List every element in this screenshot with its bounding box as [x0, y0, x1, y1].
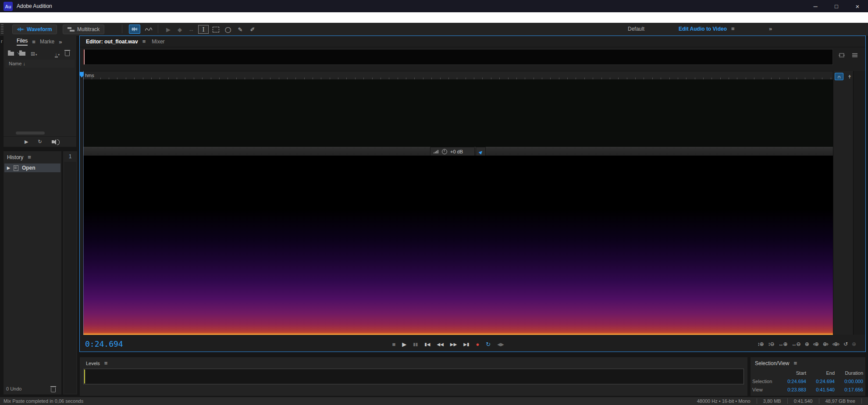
- index-strip-panel[interactable]: 1: [63, 151, 77, 394]
- editor-panel-menu-icon[interactable]: ≡: [142, 38, 146, 45]
- channel-monitor-icon[interactable]: ∩: [835, 73, 843, 80]
- minimize-button[interactable]: ─: [805, 0, 826, 12]
- index-strip-body: [64, 162, 76, 394]
- waveform-display-icon: [131, 27, 138, 32]
- toolbar-overflow-chevron[interactable]: »: [769, 25, 772, 32]
- history-item-label: Open: [22, 165, 36, 171]
- lasso-selection-tool[interactable]: ◯: [223, 25, 233, 34]
- record-button[interactable]: ●: [476, 341, 479, 348]
- paintbrush-selection-tool[interactable]: ✎: [235, 25, 245, 34]
- view-duration-value[interactable]: 0:17.656: [835, 387, 863, 392]
- overview-zoom-full-icon[interactable]: [837, 52, 846, 59]
- gain-hud[interactable]: +0 dB: [430, 147, 475, 156]
- spectrogram-display[interactable]: [83, 156, 833, 335]
- window-title: Adobe Audition: [17, 3, 52, 9]
- tab-mixer[interactable]: Mixer: [152, 39, 164, 45]
- history-panel-menu-icon[interactable]: ≡: [28, 154, 31, 160]
- levels-meter[interactable]: [83, 369, 744, 384]
- new-file-icon[interactable]: ⊞▾: [31, 50, 37, 57]
- rewind-button[interactable]: ◀◀: [437, 342, 443, 347]
- show-waveform-toggle[interactable]: [129, 25, 140, 34]
- waveform-icon: [17, 27, 24, 32]
- status-file-size: 3,80 MB: [763, 398, 781, 404]
- history-trash-icon[interactable]: [51, 387, 56, 392]
- overview-options-icon[interactable]: [850, 52, 859, 59]
- selection-duration-value[interactable]: 0:00.000: [835, 379, 863, 384]
- view-end-value[interactable]: 0:41.540: [806, 387, 835, 392]
- waveform-button-label: Waveform: [27, 26, 52, 32]
- waveform-display[interactable]: [83, 80, 833, 147]
- zoom-in-horizontal-button[interactable]: ↔⊕: [779, 341, 787, 347]
- zoom-selection-in-point-button[interactable]: ‹⊕: [813, 341, 818, 347]
- skip-to-end-button[interactable]: ▶▮: [463, 342, 469, 347]
- status-right-group: 48000 Hz • 16-bit • Mono 3,80 MB 0:41.54…: [697, 398, 862, 404]
- stop-button[interactable]: ■: [392, 341, 395, 348]
- fast-forward-button[interactable]: ▶▶: [450, 342, 457, 347]
- dropdown-arrow: ▾: [58, 53, 60, 56]
- move-tool[interactable]: ▶: [163, 25, 174, 34]
- trash-icon[interactable]: [65, 51, 70, 56]
- spectrogram-columns: [83, 156, 833, 335]
- files-name-column-header[interactable]: Name ↓: [5, 60, 75, 68]
- levels-header: Levels ≡: [86, 360, 107, 366]
- zoom-reset-button[interactable]: ⊕: [805, 341, 809, 347]
- hud-gain-value[interactable]: +0 dB: [450, 149, 463, 154]
- zoom-to-selection-button[interactable]: ‹⊕›: [832, 341, 839, 347]
- levels-title: Levels: [86, 361, 100, 366]
- zoom-full-glyph: [839, 53, 845, 58]
- collapsed-panel-strip[interactable]: r: [1, 39, 3, 44]
- zoom-disabled-button: ⊕: [852, 341, 856, 347]
- status-separator: [757, 398, 757, 404]
- selection-end-value[interactable]: 0:24.694: [806, 379, 835, 384]
- pause-button[interactable]: ▮▮: [413, 342, 418, 347]
- workspace-edit-audio-to-video[interactable]: Edit Audio to Video: [679, 26, 727, 32]
- zoom-out-vertical-button[interactable]: ↕⊖: [768, 341, 774, 347]
- open-file-icon[interactable]: [8, 52, 14, 56]
- timeline-ruler[interactable]: hms: [83, 71, 833, 80]
- skip-selection-button[interactable]: ◀▶: [497, 342, 504, 347]
- export-icon[interactable]: ↓▾: [55, 50, 60, 57]
- show-spectrum-toggle[interactable]: [143, 25, 154, 34]
- hud-toggle-icon[interactable]: Ϯ: [845, 73, 854, 80]
- play-button[interactable]: ▶: [402, 341, 406, 348]
- tab-files[interactable]: Files: [17, 38, 28, 46]
- selection-start-value[interactable]: 0:24.694: [778, 379, 806, 384]
- zoom-selection-out-point-button[interactable]: ⊕›: [823, 341, 828, 347]
- skip-to-start-button[interactable]: ▮◀: [424, 342, 430, 347]
- multitrack-view-button[interactable]: Multitrack: [63, 25, 104, 34]
- toolbar-grip[interactable]: [1, 24, 4, 35]
- status-free-space: 48,97 GB free: [825, 398, 856, 404]
- zoom-in-vertical-button[interactable]: ↕⊕: [757, 341, 763, 347]
- title-bar: Au Adobe Audition ─ □ ×: [0, 0, 868, 12]
- files-panel-menu-icon[interactable]: ≡: [32, 39, 36, 45]
- workspace-default[interactable]: Default: [628, 26, 644, 32]
- marquee-selection-tool[interactable]: [210, 25, 221, 34]
- files-more-tabs-chevron[interactable]: »: [59, 39, 62, 45]
- time-display[interactable]: 0:24.694: [85, 339, 123, 348]
- vertical-scrollbar-track[interactable]: [853, 71, 865, 335]
- preview-play-button[interactable]: ▶: [25, 139, 28, 145]
- maximize-button[interactable]: □: [826, 0, 847, 12]
- files-scrollbar[interactable]: [16, 131, 45, 135]
- dropdown-arrow: ▾: [36, 53, 37, 56]
- workspace-menu-icon[interactable]: ≡: [731, 25, 735, 32]
- waveform-view-button[interactable]: Waveform: [12, 25, 57, 34]
- loop-playback-button[interactable]: ↻: [486, 341, 491, 348]
- razor-tool[interactable]: ◆: [174, 25, 185, 34]
- close-button[interactable]: ×: [847, 0, 868, 12]
- import-file-icon[interactable]: ↘: [19, 52, 25, 56]
- zoom-out-horizontal-button[interactable]: ↔⊖: [792, 341, 800, 347]
- overview-strip[interactable]: [83, 49, 833, 65]
- history-item-open[interactable]: ▶ Open: [4, 163, 60, 172]
- selection-view-menu-icon[interactable]: ≡: [794, 360, 797, 366]
- time-selection-tool[interactable]: I: [198, 25, 209, 34]
- spot-healing-brush-tool[interactable]: ✐: [247, 25, 258, 34]
- preview-loop-button[interactable]: ↻: [38, 139, 42, 145]
- view-start-value[interactable]: 0:23.883: [778, 387, 806, 392]
- tab-markers[interactable]: Marke: [40, 39, 54, 45]
- levels-panel-menu-icon[interactable]: ≡: [104, 360, 108, 366]
- reset-zoom-timer-button[interactable]: ↺: [843, 341, 847, 347]
- auto-play-speaker-icon[interactable]: [52, 140, 54, 143]
- tab-editor[interactable]: Editor: out_float.wav ≡: [86, 38, 146, 45]
- slip-tool[interactable]: ↔: [186, 25, 196, 34]
